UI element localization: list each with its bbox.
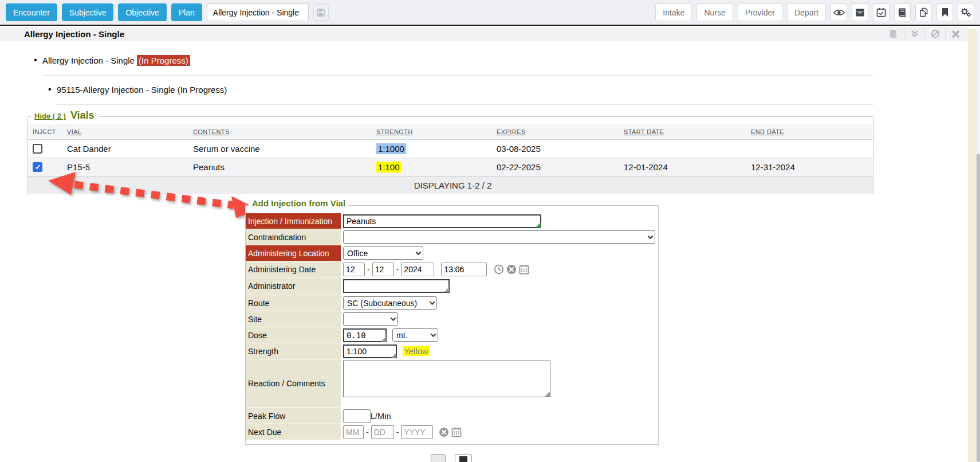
bookmark-icon (941, 7, 949, 17)
next-due-row: Next Due (246, 424, 658, 440)
vials-legend: Hide ( 2 ) Vials (31, 109, 98, 122)
gears-icon (961, 7, 971, 17)
printer-icon (459, 456, 467, 462)
book-icon (898, 7, 907, 17)
resize-grip-icon[interactable] (545, 391, 550, 397)
reaction-row: Reaction / Comments (246, 359, 658, 408)
clear-date-button[interactable] (506, 264, 517, 275)
panel-close-button[interactable] (945, 27, 966, 41)
right-side-strip (968, 29, 977, 462)
contraindication-label: Contraindication (246, 229, 341, 245)
column-header-expires[interactable]: EXPIRES (492, 124, 619, 140)
date-separator (366, 428, 369, 437)
objective-button[interactable]: Objective (118, 3, 166, 21)
clear-next-due-button[interactable] (439, 427, 449, 437)
column-header-contents[interactable]: CONTENTS (188, 124, 372, 140)
strength-badge: 1:1000 (376, 143, 406, 154)
encounter-button[interactable]: Encounter (6, 3, 57, 21)
panel-book-button[interactable] (883, 27, 904, 41)
top-toolbar: Encounter Subjective Objective Plan Inta… (0, 0, 980, 26)
injection-label: Injection / Immunization (246, 213, 341, 229)
route-row: Route SC (Subcutaneous) (246, 295, 658, 311)
form-print-button[interactable] (455, 454, 472, 462)
vials-title: Vials (70, 109, 95, 122)
dose-input[interactable] (343, 328, 387, 342)
settings-button[interactable] (958, 3, 974, 21)
calendar-check-icon (876, 7, 886, 17)
injection-input[interactable] (343, 214, 541, 228)
calendar-icon (519, 264, 529, 275)
page-title: Allergy Injection - Single (24, 29, 124, 39)
form-bottom-buttons (431, 454, 472, 462)
status-list-subitem: 95115-Allergy Injection - Single (In Pro… (57, 85, 873, 105)
panel-header: Allergy Injection - Single (0, 27, 969, 41)
time-input[interactable] (441, 263, 487, 276)
location-value: Office (347, 249, 368, 258)
add-injection-form: Add Injection from Vial Injection / Immu… (245, 205, 659, 445)
resize-grip-icon[interactable] (536, 222, 541, 228)
book-button[interactable] (894, 3, 911, 21)
column-header-start-date[interactable]: START DATE (619, 124, 746, 140)
resize-grip-icon[interactable] (391, 353, 396, 358)
expires-cell: 02-22-2025 (492, 158, 619, 177)
peak-flow-input[interactable] (343, 409, 371, 423)
chevron-down-icon (431, 331, 436, 337)
copy-icon (919, 7, 928, 17)
provider-button[interactable]: Provider (738, 3, 782, 21)
archive-button[interactable] (852, 3, 868, 21)
calendar-check-button[interactable] (873, 3, 890, 21)
plan-button[interactable]: Plan (171, 3, 202, 21)
resize-grip-icon[interactable] (381, 336, 386, 342)
panel-collapse-button[interactable] (904, 27, 924, 41)
bookmark-button[interactable] (936, 3, 953, 21)
peak-flow-label: Peak Flow (246, 408, 341, 424)
location-select[interactable]: Office (343, 246, 423, 260)
route-select[interactable]: SC (Subcutaneous) (343, 296, 437, 310)
date-month-input[interactable] (343, 263, 365, 276)
intake-button[interactable]: Intake (655, 3, 692, 21)
date-separator (396, 428, 399, 437)
archive-box-icon (855, 8, 865, 17)
clock-button[interactable] (494, 264, 504, 275)
next-due-day-input[interactable] (371, 425, 394, 439)
next-due-calendar-button[interactable] (451, 427, 462, 437)
calendar-picker-button[interactable] (519, 264, 529, 275)
inject-checkbox-checked[interactable] (33, 162, 42, 172)
column-header-end-date[interactable]: END DATE (746, 124, 873, 140)
site-row: Site (246, 311, 658, 327)
save-button[interactable] (313, 4, 329, 21)
date-year-input[interactable] (401, 263, 434, 276)
strength-color-note: Yellow (403, 346, 430, 356)
column-header-inject[interactable]: INJECT (28, 124, 62, 140)
depart-button[interactable]: Depart (787, 3, 826, 21)
chevron-down-icon (391, 315, 396, 321)
dose-unit-value: mL (396, 331, 407, 340)
reaction-textarea[interactable] (343, 361, 550, 397)
calendar-icon (451, 427, 462, 437)
form-title-input[interactable] (207, 3, 309, 21)
vertical-scrollbar-thumb[interactable] (977, 154, 980, 462)
vials-header-row: INJECT VIAL CONTENTS STRENGTH EXPIRES ST… (28, 124, 873, 140)
collapse-chevrons-icon (911, 30, 919, 38)
dose-unit-select[interactable]: mL (392, 328, 438, 342)
panel-disable-button[interactable] (924, 27, 945, 41)
site-select[interactable] (343, 312, 398, 326)
copy-button[interactable] (915, 3, 932, 21)
strength-label: Strength (246, 343, 341, 359)
next-due-year-input[interactable] (401, 425, 433, 439)
next-due-month-input[interactable] (343, 425, 364, 439)
hide-vials-link[interactable]: Hide ( 2 ) (34, 112, 66, 120)
date-day-input[interactable] (372, 263, 394, 276)
strength-input[interactable] (343, 344, 397, 358)
inject-checkbox-unchecked[interactable] (33, 144, 42, 154)
column-header-vial[interactable]: VIAL (62, 124, 188, 140)
eye-button[interactable] (831, 3, 847, 21)
nurse-button[interactable]: Nurse (696, 3, 733, 21)
form-action-button[interactable] (431, 454, 446, 462)
resize-grip-icon[interactable] (444, 287, 449, 292)
contraindication-select[interactable] (343, 230, 655, 244)
administrator-input[interactable] (343, 279, 450, 293)
column-header-strength[interactable]: STRENGTH (372, 124, 492, 140)
subjective-button[interactable]: Subjective (62, 3, 114, 21)
strength-row: Strength Yellow (246, 343, 658, 359)
